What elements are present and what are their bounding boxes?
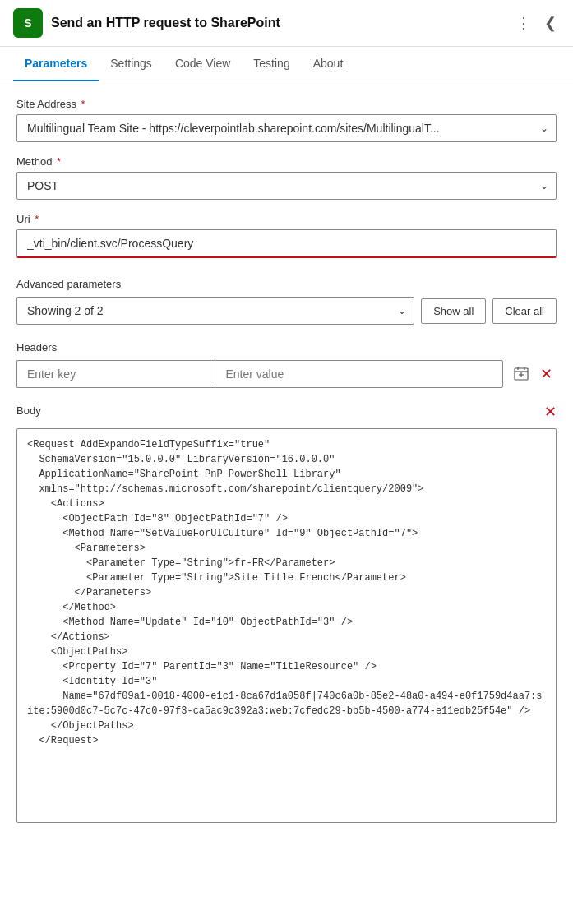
advanced-params-row: Showing 2 of 2 ⌄ Show all Clear all	[16, 297, 557, 325]
headers-add-button[interactable]	[510, 363, 533, 386]
app-icon: S	[13, 8, 43, 38]
advanced-params-section: Advanced parameters Showing 2 of 2 ⌄ Sho…	[16, 278, 557, 325]
method-select[interactable]: POST	[16, 172, 557, 200]
close-button[interactable]: ❮	[541, 11, 560, 35]
site-address-wrapper: Multilingual Team Site - https://cleverp…	[16, 114, 557, 142]
calendar-icon	[514, 367, 529, 381]
tab-bar: Parameters Settings Code View Testing Ab…	[0, 47, 573, 81]
page-title: Send an HTTP request to SharePoint	[51, 16, 513, 30]
body-close-icon: ✕	[544, 404, 557, 420]
site-address-field: Site Address * Multilingual Team Site - …	[16, 98, 557, 142]
method-wrapper: POST ⌄	[16, 172, 557, 200]
headers-actions: ✕	[510, 361, 557, 387]
showing-select-wrapper: Showing 2 of 2 ⌄	[16, 297, 414, 325]
headers-key-input[interactable]	[16, 360, 215, 388]
tab-codeview[interactable]: Code View	[164, 47, 242, 81]
headers-section: Headers ✕	[16, 341, 557, 388]
site-address-select[interactable]: Multilingual Team Site - https://cleverp…	[16, 114, 557, 142]
tab-testing[interactable]: Testing	[242, 47, 301, 81]
method-field: Method * POST ⌄	[16, 155, 557, 200]
tab-parameters[interactable]: Parameters	[13, 47, 99, 81]
content-area: Site Address * Multilingual Team Site - …	[0, 81, 573, 839]
advanced-params-label: Advanced parameters	[16, 278, 557, 290]
body-content[interactable]: <Request AddExpandoFieldTypeSuffix="true…	[16, 428, 557, 823]
uri-input[interactable]	[16, 229, 557, 258]
headers-label: Headers	[16, 341, 557, 353]
site-address-label: Site Address *	[16, 98, 557, 110]
header-actions: ⋮ ❮	[513, 11, 560, 35]
body-close-button[interactable]: ✕	[544, 404, 557, 419]
header: S Send an HTTP request to SharePoint ⋮ ❮	[0, 0, 573, 47]
uri-label: Uri *	[16, 213, 557, 225]
headers-delete-button[interactable]: ✕	[536, 361, 557, 387]
headers-value-input[interactable]	[215, 360, 503, 388]
method-label: Method *	[16, 155, 557, 168]
body-text: <Request AddExpandoFieldTypeSuffix="true…	[27, 437, 546, 748]
more-icon: ⋮	[516, 14, 531, 32]
tab-settings[interactable]: Settings	[99, 47, 164, 81]
show-all-button[interactable]: Show all	[421, 298, 486, 324]
more-options-button[interactable]: ⋮	[513, 11, 534, 35]
headers-row: ✕	[16, 360, 557, 388]
showing-select[interactable]: Showing 2 of 2	[16, 297, 414, 325]
body-section: Body ✕ <Request AddExpandoFieldTypeSuffi…	[16, 404, 557, 823]
body-header: Body ✕	[16, 404, 557, 423]
clear-all-button[interactable]: Clear all	[492, 298, 557, 324]
body-label: Body	[16, 404, 41, 417]
headers-close-icon: ✕	[540, 365, 552, 383]
uri-field: Uri *	[16, 213, 557, 258]
tab-about[interactable]: About	[302, 47, 355, 81]
close-icon: ❮	[544, 14, 557, 32]
